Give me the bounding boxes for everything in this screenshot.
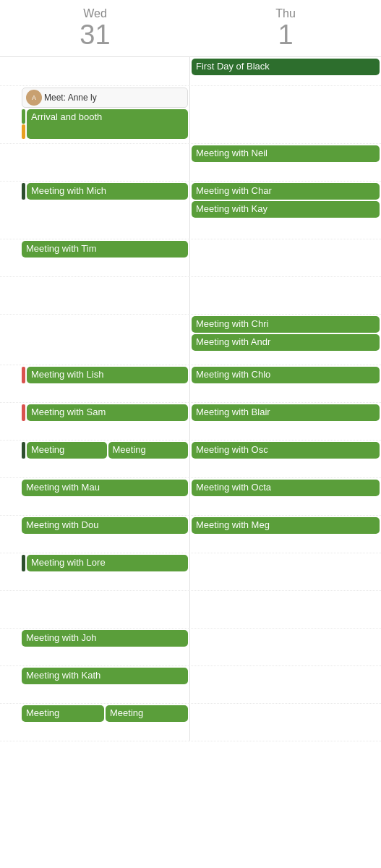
right-cell-14 <box>190 629 381 665</box>
side-bar-dark-3 <box>22 183 25 200</box>
side-bar-green-1 <box>22 109 25 124</box>
meeting-chri-event[interactable]: Meeting with Chri <box>192 316 380 333</box>
right-cell-8: Meeting with Blair <box>190 403 381 440</box>
time-row-8: Meeting with Sam Meeting with Blair <box>0 403 381 441</box>
left-cell-1: A Meet: Anne ly Arrival and booth <box>20 86 190 143</box>
time-row-15: Meeting with Kath <box>0 666 381 704</box>
meeting-event-9a[interactable]: Meeting <box>27 442 107 459</box>
meet-anne-label: Meet: Anne ly <box>44 93 97 103</box>
right-cell-2: Meeting with Neil <box>190 144 381 181</box>
wed-column-header: Wed 31 <box>0 7 190 51</box>
meeting-andr-event[interactable]: Meeting with Andr <box>192 334 380 351</box>
meeting-meg-event[interactable]: Meeting with Meg <box>192 517 380 534</box>
left-cell-11: Meeting with Dou <box>20 516 190 553</box>
meeting-event-9b[interactable]: Meeting <box>108 442 189 459</box>
meeting-blair-event[interactable]: Meeting with Blair <box>192 404 380 421</box>
time-row-4: Meeting with Tim <box>0 239 381 277</box>
time-row-13 <box>0 591 381 629</box>
wed-date: 31 <box>0 20 190 51</box>
meeting-lore-event[interactable]: Meeting with Lore <box>27 555 188 571</box>
calendar: Wed 31 Thu 1 First Day of Black <box>0 0 381 741</box>
time-row-5 <box>0 277 381 315</box>
left-cell-0 <box>20 57 190 85</box>
right-cell-4 <box>190 239 381 276</box>
left-cell-3: Meeting with Mich <box>20 182 190 239</box>
left-cell-7: Meeting with Lish <box>20 365 190 402</box>
meeting-tim-event[interactable]: Meeting with Tim <box>22 241 188 258</box>
time-row-16: Meeting Meeting <box>0 704 381 741</box>
left-cell-9: Meeting Meeting <box>20 441 190 477</box>
left-cell-15: Meeting with Kath <box>20 666 190 703</box>
right-cell-7: Meeting with Chlo <box>190 365 381 402</box>
time-row-1: A Meet: Anne ly Arrival and booth <box>0 86 381 144</box>
meeting-event-16b[interactable]: Meeting <box>106 705 188 722</box>
left-cell-16: Meeting Meeting <box>20 704 190 741</box>
right-cell-9: Meeting with Osc <box>190 441 381 477</box>
time-row-3: Meeting with Mich Meeting with Char Meet… <box>0 182 381 239</box>
side-bar-orange-1 <box>22 124 25 139</box>
meeting-mich-event[interactable]: Meeting with Mich <box>27 183 188 200</box>
time-row-10: Meeting with Mau Meeting with Octa <box>0 478 381 516</box>
thu-label: Thu <box>190 7 381 20</box>
right-cell-12 <box>190 553 381 590</box>
right-cell-11: Meeting with Meg <box>190 516 381 553</box>
meeting-joh-event[interactable]: Meeting with Joh <box>22 630 188 647</box>
right-cell-16 <box>190 704 381 741</box>
meeting-lish-event[interactable]: Meeting with Lish <box>27 367 188 383</box>
right-cell-3: Meeting with Char Meeting with Kay <box>190 182 381 239</box>
left-cell-5 <box>20 277 190 314</box>
thu-date: 1 <box>190 20 381 51</box>
right-cell-6: Meeting with Chri Meeting with Andr <box>190 315 381 365</box>
time-row-11: Meeting with Dou Meeting with Meg <box>0 516 381 553</box>
left-cell-6 <box>20 315 190 365</box>
meeting-dou-event[interactable]: Meeting with Dou <box>22 517 188 534</box>
time-row-2: Meeting with Neil <box>0 144 381 182</box>
right-cell-13 <box>190 591 381 628</box>
meeting-char-event[interactable]: Meeting with Char <box>192 183 380 200</box>
right-cell-0: First Day of Black <box>190 57 381 85</box>
meeting-octa-event[interactable]: Meeting with Octa <box>192 480 380 496</box>
calendar-grid: First Day of Black A Meet: Anne ly <box>0 57 381 741</box>
time-row-12: Meeting with Lore <box>0 553 381 591</box>
left-cell-8: Meeting with Sam <box>20 403 190 440</box>
meeting-chlo-event[interactable]: Meeting with Chlo <box>192 367 380 383</box>
time-row-7: Meeting with Lish Meeting with Chlo <box>0 365 381 403</box>
meeting-neil-event[interactable]: Meeting with Neil <box>192 145 380 162</box>
side-bar-dark-12 <box>22 555 25 571</box>
right-cell-1 <box>190 86 381 143</box>
time-row-9: Meeting Meeting Meeting with Osc <box>0 441 381 478</box>
time-row-0: First Day of Black <box>0 57 381 86</box>
side-bar-red-8 <box>22 404 25 421</box>
first-day-black-event[interactable]: First Day of Black <box>192 59 380 75</box>
right-cell-10: Meeting with Octa <box>190 478 381 515</box>
calendar-header: Wed 31 Thu 1 <box>0 0 381 57</box>
left-cell-14: Meeting with Joh <box>20 629 190 665</box>
meeting-kay-event[interactable]: Meeting with Kay <box>192 201 380 218</box>
right-cell-15 <box>190 666 381 703</box>
meeting-sam-event[interactable]: Meeting with Sam <box>27 404 188 421</box>
side-bar-red-7 <box>22 367 25 383</box>
wed-label: Wed <box>0 7 190 20</box>
meeting-osc-event[interactable]: Meeting with Osc <box>192 442 380 459</box>
side-bar-dark-9 <box>22 442 25 459</box>
left-cell-4: Meeting with Tim <box>20 239 190 276</box>
meet-anne-event[interactable]: A Meet: Anne ly <box>22 88 188 108</box>
arrival-booth-event[interactable]: Arrival and booth <box>27 109 188 139</box>
left-cell-2 <box>20 144 190 181</box>
time-row-6: Meeting with Chri Meeting with Andr <box>0 315 381 365</box>
avatar: A <box>26 90 42 106</box>
thu-column-header: Thu 1 <box>190 7 381 51</box>
meeting-event-16a[interactable]: Meeting <box>22 705 104 722</box>
left-cell-13 <box>20 591 190 628</box>
meeting-kath-event[interactable]: Meeting with Kath <box>22 668 188 684</box>
meeting-mau-event[interactable]: Meeting with Mau <box>22 480 188 496</box>
right-cell-5 <box>190 277 381 314</box>
time-row-14: Meeting with Joh <box>0 629 381 666</box>
left-cell-10: Meeting with Mau <box>20 478 190 515</box>
left-cell-12: Meeting with Lore <box>20 553 190 590</box>
